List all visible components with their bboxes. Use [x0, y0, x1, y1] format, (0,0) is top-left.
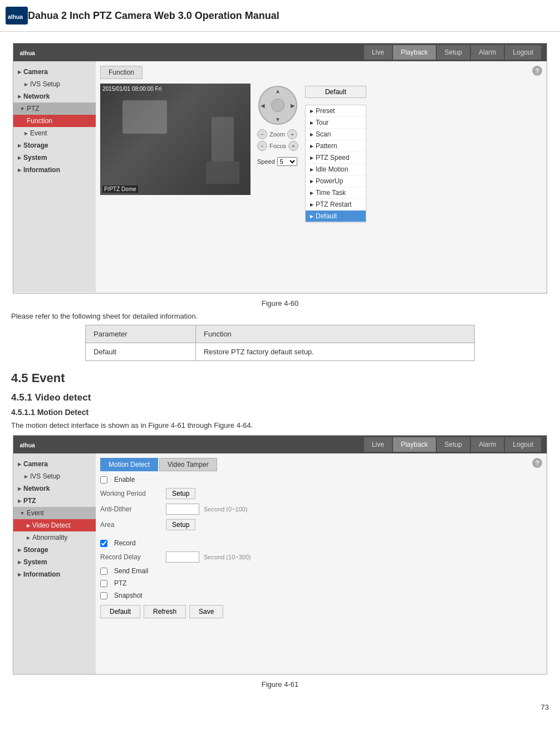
ptz-menu-powerup[interactable]: ▶PowerUp	[306, 175, 366, 187]
send-email-label: Send Email	[114, 567, 148, 575]
ptz-menu-area: Default ▶Preset ▶Tour ▶Scan ▶Pattern ▶PT…	[305, 84, 366, 223]
ptz-menu-time-task[interactable]: ▶Time Task	[306, 187, 366, 199]
default-button[interactable]: Default	[305, 86, 366, 98]
sidebar-item-event[interactable]: ▶ Event	[13, 127, 96, 139]
focus-row: − Focus +	[257, 141, 298, 151]
enable-checkbox[interactable]	[100, 476, 107, 484]
live-button[interactable]: Live	[364, 45, 392, 60]
sidebar-item-function[interactable]: Function	[13, 115, 96, 127]
ptz-row: PTZ	[100, 579, 542, 587]
tab-motion-detect[interactable]: Motion Detect	[100, 458, 158, 471]
ptz-menu-default[interactable]: ▶Default	[306, 211, 366, 222]
sidebar2-item-storage[interactable]: ▶ Storage	[13, 544, 96, 556]
logout-button[interactable]: Logout	[505, 45, 541, 60]
section-451-title: 4.5.1 Video detect	[11, 392, 549, 403]
sidebar-item-ptz[interactable]: ▼ PTZ	[13, 102, 96, 115]
dpad-left-arrow[interactable]: ◀	[261, 102, 265, 109]
page-number: 73	[0, 699, 560, 716]
logout-button-2[interactable]: Logout	[505, 437, 541, 452]
zoom-focus-controls: − Zoom + − Focus +	[257, 129, 298, 153]
cam-main-2: Motion Detect Video Tamper Enable Workin…	[96, 453, 547, 675]
sidebar2-item-camera[interactable]: ▶ Camera	[13, 458, 96, 470]
sidebar2-item-event[interactable]: ▼ Event	[13, 507, 96, 519]
focus-plus-button[interactable]: +	[288, 141, 298, 151]
sidebar2-item-network[interactable]: ▶ Network	[13, 482, 96, 495]
ptz-menu-ptz-speed[interactable]: ▶PTZ Speed	[306, 152, 366, 164]
ptz-menu-scan[interactable]: ▶Scan	[306, 129, 366, 140]
sidebar-item-camera[interactable]: ▶ Camera	[13, 66, 96, 78]
record-label: Record	[114, 539, 136, 547]
area-label: Area	[100, 521, 161, 529]
default-btn-2[interactable]: Default	[100, 605, 140, 618]
video-timestamp: 2015/01/01 08:00:00 Fri	[102, 86, 161, 92]
save-btn[interactable]: Save	[189, 605, 223, 618]
send-email-checkbox[interactable]	[100, 568, 107, 575]
tab-video-tamper[interactable]: Video Tamper	[159, 458, 217, 471]
dpad-control[interactable]: ▲ ▼ ◀ ▶	[258, 86, 297, 125]
sidebar2-item-information[interactable]: ▶ Information	[13, 568, 96, 580]
help-icon-2[interactable]: ?	[532, 458, 542, 468]
sidebar-item-system[interactable]: ▶ System	[13, 152, 96, 164]
playback-button[interactable]: Playback	[393, 45, 436, 60]
sidebar-item-ivs-setup[interactable]: ▶ IVS Setup	[13, 78, 96, 90]
cam-main-content: 2015/01/01 08:00:00 Fri P/PTZ Dome ▲	[100, 84, 542, 223]
video-decoration-2	[206, 162, 239, 184]
setup-button[interactable]: Setup	[437, 45, 470, 60]
alarm-button-2[interactable]: Alarm	[471, 437, 504, 452]
sidebar2-item-system[interactable]: ▶ System	[13, 556, 96, 568]
ptz-menu-idle-motion[interactable]: ▶Idle Motion	[306, 164, 366, 175]
playback-button-2[interactable]: Playback	[393, 437, 436, 452]
ptz-checkbox[interactable]	[100, 580, 107, 587]
tab-bar: Motion Detect Video Tamper	[100, 458, 542, 471]
dpad-center[interactable]	[271, 99, 284, 112]
cam-navbar-1: alhua Live Playback Setup Alarm Logout	[13, 43, 547, 61]
cam-sidebar-1: ▶ Camera ▶ IVS Setup ▶ Network ▼ PTZ Fun…	[13, 61, 96, 292]
working-period-setup-button[interactable]: Setup	[166, 488, 195, 499]
cam-navbar-2: alhua Live Playback Setup Alarm Logout	[13, 436, 547, 453]
alarm-button[interactable]: Alarm	[471, 45, 504, 60]
sidebar2-item-ivs-setup[interactable]: ▶ IVS Setup	[13, 470, 96, 482]
record-delay-input[interactable]: 10	[166, 551, 199, 563]
ptz-menu-ptz-restart[interactable]: ▶PTZ Restart	[306, 199, 366, 211]
dpad-right-arrow[interactable]: ▶	[291, 102, 295, 109]
help-icon[interactable]: ?	[532, 66, 542, 76]
sidebar-item-storage[interactable]: ▶ Storage	[13, 139, 96, 152]
snapshot-checkbox[interactable]	[100, 592, 107, 599]
enable-label: Enable	[114, 476, 135, 484]
area-row: Area Setup	[100, 519, 542, 530]
zoom-minus-button[interactable]: −	[257, 129, 267, 139]
sidebar2-item-abnormality[interactable]: ▶ Abnormality	[13, 531, 96, 544]
figure-60-caption: Figure 4-60	[11, 299, 549, 307]
sidebar-item-network[interactable]: ▶ Network	[13, 90, 96, 102]
working-period-label: Working Period	[100, 490, 161, 497]
anti-dither-input[interactable]: 0	[166, 504, 199, 515]
info-table-1: Parameter Function Default Restore PTZ f…	[85, 325, 475, 361]
function-tab[interactable]: Function	[100, 66, 143, 79]
zoom-plus-button[interactable]: +	[287, 129, 297, 139]
cam-sidebar-2: ▶ Camera ▶ IVS Setup ▶ Network ▶ PTZ ▼	[13, 453, 96, 675]
refresh-btn[interactable]: Refresh	[144, 605, 186, 618]
focus-minus-button[interactable]: −	[257, 141, 267, 151]
speed-select[interactable]: 5	[277, 157, 297, 166]
table-col-parameter: Parameter	[86, 325, 196, 343]
page-header: alhua Dahua 2 Inch PTZ Camera Web 3.0 Op…	[0, 0, 560, 32]
ptz-menu-pattern[interactable]: ▶Pattern	[306, 140, 366, 152]
dpad-circle[interactable]: ▲ ▼ ◀ ▶	[258, 86, 297, 125]
zoom-label: Zoom	[269, 131, 285, 138]
setup-button-2[interactable]: Setup	[437, 437, 470, 452]
sidebar-item-information[interactable]: ▶ Information	[13, 164, 96, 176]
sidebar2-item-video-detect[interactable]: ▶ Video Detect	[13, 519, 96, 531]
table-row: Default Restore PTZ factory default setu…	[86, 343, 475, 361]
record-checkbox[interactable]	[100, 540, 107, 547]
live-button-2[interactable]: Live	[364, 437, 392, 452]
section-4511-title: 4.5.1.1 Motion Detect	[11, 408, 549, 417]
ptz-menu-tour[interactable]: ▶Tour	[306, 117, 366, 129]
area-setup-button[interactable]: Setup	[166, 519, 195, 530]
sidebar2-item-ptz[interactable]: ▶ PTZ	[13, 495, 96, 507]
enable-row: Enable	[100, 476, 542, 484]
dahua-logo-icon: alhua	[6, 4, 28, 27]
dpad-down-arrow[interactable]: ▼	[275, 116, 281, 123]
zoom-row: − Zoom +	[257, 129, 298, 139]
ptz-menu-preset[interactable]: ▶Preset	[306, 105, 366, 117]
dpad-up-arrow[interactable]: ▲	[275, 88, 281, 94]
